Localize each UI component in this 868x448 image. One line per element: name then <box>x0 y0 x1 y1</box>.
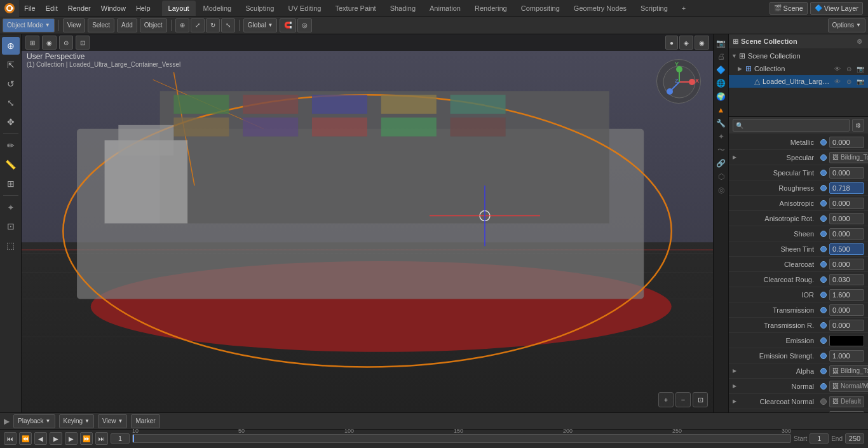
tab-geometry-nodes[interactable]: Geometry Nodes <box>567 1 633 16</box>
collection-hide-btn[interactable]: 👁 <box>832 64 843 74</box>
viewport-mode-btn[interactable]: ⊞ <box>25 36 39 50</box>
tab-layout[interactable]: Layout <box>162 1 196 16</box>
prop-value-18[interactable]: 🖼Default <box>829 411 864 413</box>
prop-expand-arrow[interactable]: ▶ <box>733 398 739 405</box>
cursor-tool[interactable]: ⊕ <box>2 37 20 55</box>
prop-expand-arrow[interactable]: ▶ <box>733 154 739 161</box>
prop-dot-0[interactable] <box>820 139 827 146</box>
prop-expand-arrow[interactable]: ▶ <box>733 383 739 390</box>
object-props-icon[interactable]: ▲ <box>715 104 728 116</box>
snap-btn[interactable]: 🧲 <box>280 18 296 32</box>
outliner-row-collection[interactable]: ▶ ⊞ Collection 👁 ⊙ 📷 <box>729 62 868 75</box>
render-props-icon[interactable]: 📷 <box>715 37 728 50</box>
end-frame[interactable]: 250 <box>845 433 864 444</box>
prop-value-3[interactable]: 0.718 <box>829 182 864 194</box>
tab-add[interactable]: + <box>675 1 692 16</box>
prop-value-16[interactable]: 🖼Normal/Map <box>829 381 868 392</box>
material-props-icon[interactable]: ◎ <box>715 184 728 196</box>
prop-value-6[interactable]: 0.000 <box>829 228 864 240</box>
viewport-overlay-btn[interactable]: ⊙ <box>59 36 73 50</box>
outliner-filter-btn[interactable]: ⚙ <box>854 36 864 46</box>
prev-keyframe-btn[interactable]: ◀ <box>34 432 47 445</box>
outliner-row-object[interactable]: ▶ △ Loaded_Ultra_Large_Cor 👁 ⊙ 📷 <box>729 75 868 88</box>
solid-shading-btn[interactable]: ● <box>665 36 678 50</box>
view-layer-props-icon[interactable]: 🔷 <box>715 64 728 76</box>
prop-dot-10[interactable] <box>820 292 827 298</box>
scale-tool[interactable]: ⤡ <box>2 94 20 112</box>
prop-dot-2[interactable] <box>820 170 827 176</box>
prop-value-5[interactable]: 0.000 <box>829 213 864 224</box>
render-shading-btn[interactable]: ◉ <box>695 36 709 50</box>
add-tool[interactable]: ⊞ <box>2 175 20 193</box>
tab-animation[interactable]: Animation <box>423 1 467 16</box>
annotate-tool[interactable]: ✏ <box>2 137 20 154</box>
select-menu-btn[interactable]: Select <box>88 18 114 32</box>
tab-scripting[interactable]: Scripting <box>634 1 674 16</box>
jump-end-btn[interactable]: ⏭ <box>95 432 108 445</box>
prop-dot-12[interactable] <box>820 322 827 329</box>
viewport[interactable]: ⊞ ◉ ⊙ ⊡ ● ◈ ◉ User Perspective (1) Colle… <box>22 34 713 412</box>
prop-dot-15[interactable] <box>820 368 827 374</box>
menu-render[interactable]: Render <box>63 0 96 17</box>
prop-value-12[interactable]: 0.000 <box>829 320 864 331</box>
menu-edit[interactable]: Edit <box>41 0 63 17</box>
tab-modeling[interactable]: Modeling <box>197 1 238 16</box>
prop-value-1[interactable]: 🖼Bilding_To...ecular.png <box>829 152 868 163</box>
data-props-icon[interactable]: ⬡ <box>715 170 728 183</box>
menu-help[interactable]: Help <box>131 0 156 17</box>
viewport-xray-btn[interactable]: ⊡ <box>76 36 90 50</box>
next-keyframe-btn[interactable]: ▶ <box>65 432 78 445</box>
prop-dot-9[interactable] <box>820 276 827 283</box>
options-btn[interactable]: Options ▼ <box>828 18 865 32</box>
world-props-icon[interactable]: 🌍 <box>715 90 728 103</box>
view-layer-selector[interactable]: 🔷 View Layer <box>810 2 863 15</box>
output-props-icon[interactable]: 🖨 <box>715 50 728 63</box>
prop-dot-6[interactable] <box>820 231 827 237</box>
scale-tool-btn[interactable]: ⤡ <box>221 18 235 32</box>
menu-file[interactable]: File <box>19 0 41 17</box>
tab-rendering[interactable]: Rendering <box>468 1 513 16</box>
view-menu-timeline[interactable]: View ▼ <box>98 414 127 428</box>
viewport-shading-btn[interactable]: ◉ <box>42 36 57 50</box>
extra-tool-1[interactable]: ⌖ <box>2 198 20 216</box>
extra-tool-3[interactable]: ⬚ <box>2 236 20 254</box>
next-frame-btn[interactable]: ⏩ <box>80 432 93 445</box>
prop-dot-14[interactable] <box>820 353 827 359</box>
timeline-scrubber[interactable]: 10 50 100 150 200 250 300 <box>132 430 791 447</box>
prop-value-13[interactable] <box>829 335 864 346</box>
properties-search[interactable] <box>733 119 850 132</box>
tab-shading[interactable]: Shading <box>384 1 422 16</box>
nav-gizmo[interactable]: X Y Z <box>653 56 704 107</box>
prop-value-11[interactable]: 0.000 <box>829 304 864 316</box>
cursor-tool-btn[interactable]: ⊕ <box>175 18 189 32</box>
move-tool[interactable]: ⇱ <box>2 56 20 74</box>
prop-value-4[interactable]: 0.000 <box>829 198 864 209</box>
prop-dot-4[interactable] <box>820 200 827 207</box>
prop-value-9[interactable]: 0.030 <box>829 274 864 285</box>
marker-menu[interactable]: Marker <box>131 414 159 428</box>
outliner-row-scene[interactable]: ▼ ⊞ Scene Collection <box>729 50 868 62</box>
rotate-tool-btn[interactable]: ↻ <box>206 18 220 32</box>
modifier-props-icon[interactable]: 🔧 <box>715 117 728 130</box>
scene-props-icon[interactable]: 🌐 <box>715 77 728 90</box>
proportional-btn[interactable]: ◎ <box>297 18 312 32</box>
tab-compositing[interactable]: Compositing <box>515 1 566 16</box>
prop-dot-16[interactable] <box>820 383 827 390</box>
transform-global-btn[interactable]: Global ▼ <box>243 18 278 32</box>
prop-dot-17[interactable] <box>820 398 827 405</box>
prop-dot-3[interactable] <box>820 185 827 191</box>
timeline-track[interactable] <box>132 434 791 443</box>
transform-tool[interactable]: ✥ <box>2 113 20 131</box>
zoom-out-btn[interactable]: − <box>675 392 691 407</box>
object-menu-btn[interactable]: Object <box>140 18 167 32</box>
object-render-btn[interactable]: 📷 <box>855 76 865 86</box>
material-shading-btn[interactable]: ◈ <box>679 36 693 50</box>
rotate-tool[interactable]: ↺ <box>2 75 20 93</box>
prop-value-14[interactable]: 1.000 <box>829 350 864 362</box>
zoom-in-btn[interactable]: + <box>658 392 674 407</box>
measure-tool[interactable]: 📏 <box>2 156 20 173</box>
jump-start-btn[interactable]: ⏮ <box>4 432 17 445</box>
prop-dot-8[interactable] <box>820 261 827 268</box>
prop-value-17[interactable]: 🖼Default <box>829 396 864 407</box>
prev-frame-btn[interactable]: ⏪ <box>19 432 32 445</box>
